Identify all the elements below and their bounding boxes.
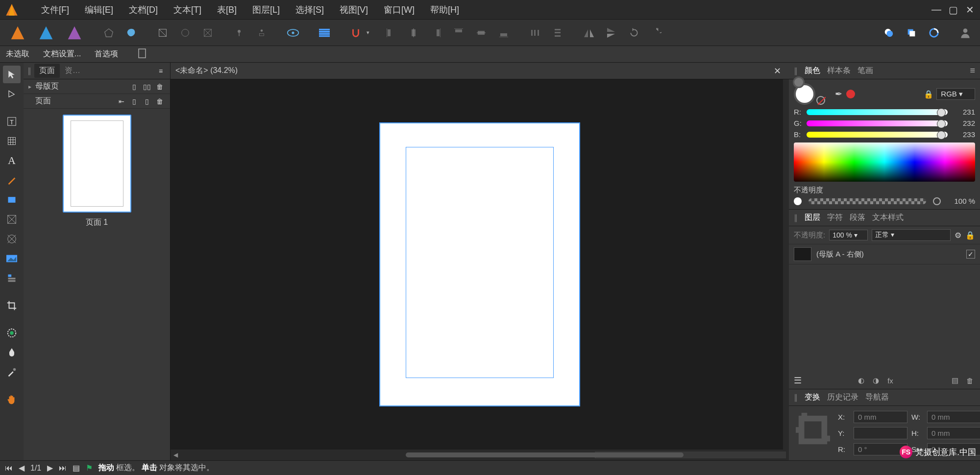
tb-align-bottom[interactable] bbox=[494, 23, 514, 43]
tab-history[interactable]: 历史记录 bbox=[827, 392, 858, 403]
tab-layers[interactable]: 图层 bbox=[805, 213, 820, 223]
eyedropper-icon[interactable]: ✒ bbox=[835, 89, 842, 99]
tb-insert-target[interactable] bbox=[924, 23, 944, 43]
tb-align-left[interactable] bbox=[381, 23, 401, 43]
tool-transparency[interactable] bbox=[3, 344, 21, 361]
document-setup-button[interactable]: 文档设置... bbox=[43, 49, 81, 59]
r-value[interactable]: 231 bbox=[952, 108, 975, 116]
menu-select[interactable]: 选择[S] bbox=[288, 1, 332, 19]
w-input[interactable] bbox=[927, 411, 980, 423]
document-close-button[interactable]: ✕ bbox=[771, 66, 784, 76]
canvas-viewport[interactable] bbox=[171, 79, 789, 450]
dropdown-caret-icon[interactable]: ▾ bbox=[367, 29, 369, 36]
tb-preflight-icon[interactable] bbox=[283, 23, 303, 43]
tool-pen[interactable] bbox=[3, 171, 21, 189]
layer-item[interactable]: (母版 A - 右侧) ✓ bbox=[789, 244, 980, 264]
pages-menu-icon[interactable]: ≡ bbox=[155, 66, 166, 76]
tb-flip-h[interactable] bbox=[579, 23, 599, 43]
tb-anchor-frame[interactable] bbox=[153, 23, 172, 43]
master-delete-icon[interactable]: 🗑 bbox=[154, 81, 165, 92]
adjustment-icon[interactable]: ◑ bbox=[870, 375, 881, 386]
layer-lock-icon[interactable]: 🔒 bbox=[965, 231, 975, 240]
window-minimize[interactable]: — bbox=[931, 4, 942, 15]
page-canvas[interactable] bbox=[379, 122, 580, 406]
menu-document[interactable]: 文档[D] bbox=[121, 1, 166, 19]
pages-tab[interactable]: 页面 bbox=[34, 64, 60, 78]
master-pages-row[interactable]: ▸ 母版页 ▯ ▯▯ 🗑 bbox=[24, 79, 170, 94]
menu-file[interactable]: 文件[F] bbox=[33, 1, 77, 19]
tb-anchor-cross[interactable] bbox=[198, 23, 218, 43]
tb-flip-v[interactable] bbox=[602, 23, 621, 43]
preferences-button[interactable]: 首选项 bbox=[95, 49, 118, 59]
spread-setup-icon[interactable] bbox=[138, 48, 147, 61]
page-add-single-icon[interactable]: ▯ bbox=[129, 96, 140, 107]
tool-place-image[interactable] bbox=[3, 230, 21, 248]
lock-icon[interactable]: 🔒 bbox=[924, 90, 933, 99]
tab-swatches[interactable]: 样本条 bbox=[827, 66, 851, 76]
page-list-icon[interactable]: ▤ bbox=[73, 463, 80, 473]
tool-color-picker[interactable] bbox=[3, 363, 21, 381]
tb-pin[interactable] bbox=[229, 23, 249, 43]
document-tab[interactable]: <未命名> (34.2%) bbox=[175, 66, 238, 76]
persona-photo[interactable] bbox=[62, 23, 87, 43]
x-input[interactable] bbox=[854, 411, 907, 423]
panel-drag-handle[interactable]: ∥ bbox=[794, 66, 798, 75]
tool-rectangle[interactable] bbox=[3, 191, 21, 209]
first-page-button[interactable]: ⏮ bbox=[5, 464, 13, 473]
tab-transform[interactable]: 变换 bbox=[805, 392, 820, 403]
fill-stroke-swatch[interactable] bbox=[794, 83, 815, 105]
page-add-before-icon[interactable]: ⇤ bbox=[116, 96, 127, 107]
layer-blend-select[interactable]: 正常 ▾ bbox=[872, 229, 951, 241]
layer-opacity-select[interactable]: 100 % ▾ bbox=[829, 230, 868, 240]
tab-stroke[interactable]: 笔画 bbox=[858, 66, 873, 76]
tool-fill[interactable] bbox=[3, 324, 21, 342]
last-page-button[interactable]: ⏭ bbox=[59, 464, 67, 473]
menu-window[interactable]: 窗口[W] bbox=[376, 1, 422, 19]
preflight-status-icon[interactable]: ⚑ bbox=[86, 463, 93, 473]
page-delete-icon[interactable]: 🗑 bbox=[154, 96, 165, 107]
b-value[interactable]: 233 bbox=[952, 130, 975, 139]
tool-data-merge[interactable] bbox=[3, 269, 21, 287]
tb-align-right[interactable] bbox=[426, 23, 446, 43]
persona-designer[interactable] bbox=[33, 23, 59, 43]
menu-layer[interactable]: 图层[L] bbox=[245, 1, 288, 19]
menu-text[interactable]: 文本[T] bbox=[166, 1, 209, 19]
tab-paragraph[interactable]: 段落 bbox=[850, 213, 865, 223]
tb-shape-blob[interactable] bbox=[122, 23, 141, 43]
tab-color[interactable]: 颜色 bbox=[805, 66, 820, 76]
scroll-left-icon[interactable]: ◀ bbox=[173, 451, 178, 458]
tb-rotate-ccw[interactable] bbox=[624, 23, 644, 43]
tb-snapping[interactable] bbox=[346, 23, 366, 43]
persona-publisher[interactable] bbox=[5, 23, 30, 43]
next-page-button[interactable]: ▶ bbox=[47, 463, 53, 473]
menu-help[interactable]: 帮助[H] bbox=[422, 1, 467, 19]
master-add-facing-icon[interactable]: ▯▯ bbox=[142, 81, 152, 92]
pages-row[interactable]: ▸ 页面 ⇤ ▯ ▯ 🗑 bbox=[24, 94, 170, 109]
layer-gear-icon[interactable]: ⚙ bbox=[955, 231, 961, 240]
tool-frame-text[interactable]: T bbox=[3, 113, 21, 130]
tb-align-top[interactable] bbox=[449, 23, 468, 43]
panel-drag-handle[interactable]: ∥ bbox=[794, 213, 798, 222]
page-thumbnail-1[interactable] bbox=[63, 115, 131, 213]
menu-edit[interactable]: 编辑[E] bbox=[77, 1, 121, 19]
delete-layer-icon[interactable]: 🗑 bbox=[964, 375, 975, 386]
mask-icon[interactable]: ◐ bbox=[856, 375, 866, 386]
g-value[interactable]: 232 bbox=[952, 119, 975, 127]
tool-table[interactable] bbox=[3, 132, 21, 150]
tool-move[interactable] bbox=[3, 66, 21, 83]
scroll-thumb[interactable] bbox=[406, 452, 684, 457]
tool-stock[interactable] bbox=[3, 250, 21, 267]
layers-stack-icon[interactable]: ☰ bbox=[794, 375, 802, 386]
tab-navigator[interactable]: 导航器 bbox=[865, 392, 889, 403]
tb-shape-pentagon[interactable] bbox=[99, 23, 119, 43]
tab-character[interactable]: 字符 bbox=[827, 213, 843, 223]
opacity-value[interactable]: 100 % bbox=[945, 197, 975, 205]
tb-align-hcenter[interactable] bbox=[404, 23, 423, 43]
tool-node[interactable] bbox=[3, 85, 21, 103]
tb-account-icon[interactable] bbox=[956, 23, 975, 43]
window-maximize[interactable]: ▢ bbox=[948, 4, 958, 15]
anchor-point-selector[interactable] bbox=[796, 413, 830, 447]
tb-order-front[interactable] bbox=[902, 23, 921, 43]
h-input[interactable] bbox=[927, 427, 980, 439]
y-input[interactable] bbox=[854, 427, 907, 439]
